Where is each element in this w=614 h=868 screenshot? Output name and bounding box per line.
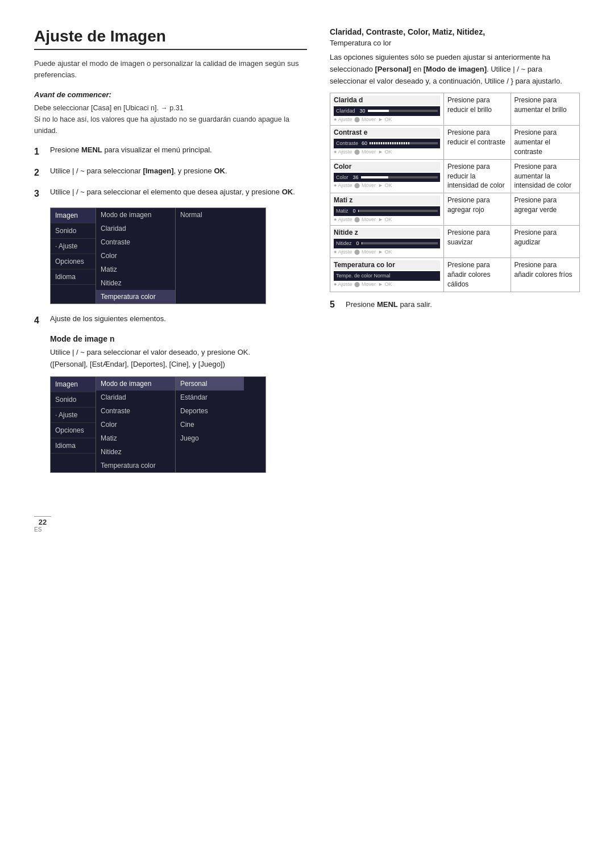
val-deportes: Deportes: [176, 404, 244, 418]
claridad-label: Claridad: [336, 107, 355, 115]
menu-ui-1: Imagen Sonido · Ajuste Opciones Idioma M…: [50, 207, 266, 304]
right-subtitle: Temperatura co lor: [330, 39, 580, 47]
right-column: Claridad, Contraste, Color, Matiz, Nitid…: [330, 27, 580, 482]
matiz-value: 0: [353, 207, 356, 215]
claridad-controls: ● Ajuste ⬤ Mover ► OK: [334, 116, 440, 123]
contraste-header: Contrast e: [334, 128, 440, 138]
m2-nitidez: Nitidez: [96, 445, 175, 459]
temperatura-desc-left: Presione para añadir colores cálidos: [444, 258, 511, 292]
sb2-imagen: Imagen: [51, 377, 96, 392]
step-2-text: Utilice | / ~ para seleccionar [Imagen],…: [50, 165, 227, 177]
color-desc-right: Presione para aumentar la intensidad de …: [511, 159, 579, 193]
main-matiz: Matiz: [96, 263, 175, 276]
m2-temperatura: Temperatura color: [96, 459, 175, 472]
nitidez-desc-right: Presione para agudizar: [511, 226, 579, 258]
color-fill: [361, 176, 389, 178]
temperatura-controls: ● Ajuste ⬤ Mover ► OK: [334, 281, 440, 288]
right-title-bold: Claridad, Contraste, Color, Matiz, Nitid…: [330, 27, 485, 36]
matiz-ctrl-ok: ► OK: [378, 216, 392, 223]
nitidez-ctrl-ajuste: ● Ajuste: [334, 248, 352, 256]
menu-ui-2: Imagen Sonido · Ajuste Opciones Idioma M…: [50, 376, 266, 473]
sb2-sonido: Sonido: [51, 392, 96, 408]
claridad-value: 30: [360, 107, 366, 115]
step-3: 3 Utilice | / ~ para seleccionar el elem…: [34, 186, 307, 201]
step-5-num: 5: [330, 300, 346, 310]
val-juego: Juego: [176, 431, 244, 445]
sidebar-item-idioma: Idioma: [51, 269, 96, 285]
main-nitidez: Nitidez: [96, 276, 175, 290]
temperatura-label: Tempe. de color Normal: [336, 272, 391, 280]
matiz-bar: [358, 210, 438, 212]
claridad-header: Clarida d: [334, 95, 440, 105]
nitidez-value: 0: [356, 240, 359, 247]
matiz-ctrl-ajuste: ● Ajuste: [334, 216, 352, 223]
temperatura-slider: Tempe. de color Normal: [334, 271, 440, 281]
nitidez-ctrl-ok: ► OK: [378, 248, 392, 256]
sb2-ajuste: · Ajuste: [51, 408, 96, 423]
contraste-value: 60: [362, 140, 367, 147]
nitidez-cell: Nitide z Nitidez 0 ● Ajuste ⬤ Mover ► OK: [330, 226, 444, 258]
step-2: 2 Utilice | / ~ para seleccionar [Imagen…: [34, 165, 307, 180]
step-4-text: Ajuste de los siguientes elementos.: [50, 313, 166, 325]
table-row-matiz: Mati z Matiz 0 ● Ajuste ⬤ Mover ► OK: [330, 193, 580, 226]
table-row-contraste: Contrast e Contraste 60 ● Ajuste ⬤ Mover…: [330, 126, 580, 159]
step-3-num: 3: [34, 187, 50, 201]
contraste-bar: [370, 142, 438, 144]
color-slider: Color 36: [334, 173, 440, 182]
step-2-num: 2: [34, 166, 50, 180]
sb2-idioma: Idioma: [51, 438, 96, 454]
note-line1: Debe seleccionar [Casa] en [Ubicaci n]. …: [34, 104, 184, 112]
m2-modo: Modo de imagen: [96, 377, 175, 391]
contraste-desc-left: Presione para reducir el contraste: [444, 126, 511, 159]
settings-table: Clarida d Claridad 30 ● Ajuste ⬤ Mover ►…: [330, 93, 580, 292]
contraste-fill: [370, 142, 410, 144]
menu-main-1: Modo de imagen Claridad Contraste Color …: [96, 208, 176, 304]
color-ctrl-mover: ⬤ Mover: [354, 182, 376, 189]
temperatura-header: Temperatura co lor: [334, 260, 440, 270]
m2-contraste: Contraste: [96, 404, 175, 418]
nitidez-fill: [362, 242, 362, 244]
main-claridad: Claridad: [96, 222, 175, 235]
temperatura-ctrl-ok: ► OK: [378, 281, 392, 288]
before-start-label: Avant de commencer:: [34, 90, 307, 99]
step-5: 5 Presione MENL para salir.: [330, 299, 580, 311]
matiz-fill: [358, 210, 359, 212]
menu-value-col-1: Normal: [176, 208, 244, 304]
note-line2: Si no lo hace así, los valores que ha aj…: [34, 115, 289, 135]
step-1-text: Presione MENL para visualizar el menú pr…: [50, 144, 212, 156]
step-4: 4 Ajuste de los siguientes elementos.: [34, 313, 307, 327]
page-lang: ES: [34, 526, 42, 533]
sidebar-item-sonido: Sonido: [51, 223, 96, 239]
sb2-opciones: Opciones: [51, 423, 96, 438]
nitidez-ctrl-mover: ⬤ Mover: [354, 248, 376, 256]
claridad-ctrl-ajuste: ● Ajuste: [334, 116, 352, 123]
menu-value-col-2: Personal Estándar Deportes Cine Juego: [176, 377, 244, 472]
claridad-bar: [368, 110, 438, 112]
nitidez-controls: ● Ajuste ⬤ Mover ► OK: [334, 248, 440, 256]
claridad-desc-right: Presione para aumentar el brillo: [511, 93, 579, 126]
color-header: Color: [334, 162, 440, 172]
contraste-controls: ● Ajuste ⬤ Mover ► OK: [334, 148, 440, 156]
step-5-text: Presione MENL para salir.: [346, 299, 432, 311]
menu-main-2: Modo de imagen Claridad Contraste Color …: [96, 377, 176, 472]
temperatura-ctrl-mover: ⬤ Mover: [354, 281, 376, 288]
temperatura-ctrl-ajuste: ● Ajuste: [334, 281, 352, 288]
main-modo-imagen: Modo de imagen: [96, 208, 175, 222]
left-column: Ajuste de Imagen Puede ajustar el modo d…: [34, 27, 307, 482]
main-color: Color: [96, 249, 175, 263]
menu-value-normal: Normal: [176, 208, 244, 222]
step-4-num: 4: [34, 314, 50, 327]
right-intro: Las opciones siguientes sólo se pueden a…: [330, 52, 580, 87]
claridad-fill: [368, 110, 389, 112]
claridad-ctrl-ok: ► OK: [378, 116, 392, 123]
m2-claridad: Claridad: [96, 391, 175, 404]
val-cine: Cine: [176, 418, 244, 431]
matiz-cell: Mati z Matiz 0 ● Ajuste ⬤ Mover ► OK: [330, 193, 444, 226]
before-start-notes: Debe seleccionar [Casa] en [Ubicaci n]. …: [34, 102, 307, 136]
val-estandar: Estándar: [176, 391, 244, 404]
contraste-ctrl-ok: ► OK: [378, 148, 392, 156]
table-row-claridad: Clarida d Claridad 30 ● Ajuste ⬤ Mover ►…: [330, 93, 580, 126]
menu-sidebar-1: Imagen Sonido · Ajuste Opciones Idioma: [51, 208, 96, 304]
matiz-ctrl-mover: ⬤ Mover: [354, 216, 376, 223]
claridad-cell: Clarida d Claridad 30 ● Ajuste ⬤ Mover ►…: [330, 93, 444, 126]
